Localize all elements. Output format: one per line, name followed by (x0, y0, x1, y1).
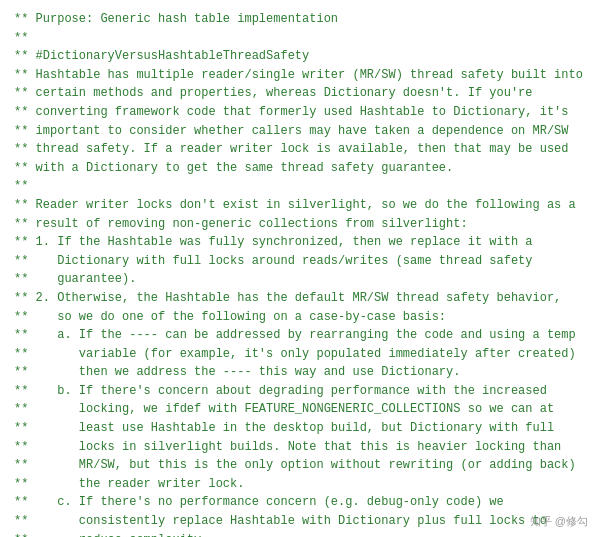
code-line: ** (14, 177, 586, 196)
code-line: ** b. If there's concern about degrading… (14, 382, 586, 401)
code-line: ** MR/SW, but this is the only option wi… (14, 456, 586, 475)
code-line: ** c. If there's no performance concern … (14, 493, 586, 512)
code-line: ** converting framework code that former… (14, 103, 586, 122)
code-line: ** locks in silverlight builds. Note tha… (14, 438, 586, 457)
code-line: ** result of removing non-generic collec… (14, 215, 586, 234)
code-line: ** 1. If the Hashtable was fully synchro… (14, 233, 586, 252)
code-line: ** guarantee). (14, 270, 586, 289)
code-line: ** Dictionary with full locks around rea… (14, 252, 586, 271)
code-line: ** so we do one of the following on a ca… (14, 308, 586, 327)
code-line: ** important to consider whether callers… (14, 122, 586, 141)
code-line: ** (14, 29, 586, 48)
code-line: ** 2. Otherwise, the Hashtable has the d… (14, 289, 586, 308)
code-line: ** the reader writer lock. (14, 475, 586, 494)
code-line: ** then we address the ---- this way and… (14, 363, 586, 382)
code-line: ** Purpose: Generic hash table implement… (14, 10, 586, 29)
code-line: ** Hashtable has multiple reader/single … (14, 66, 586, 85)
code-line: ** Reader writer locks don't exist in si… (14, 196, 586, 215)
code-line: ** with a Dictionary to get the same thr… (14, 159, 586, 178)
code-line: ** a. If the ---- can be addressed by re… (14, 326, 586, 345)
code-line: ** #DictionaryVersusHashtableThreadSafet… (14, 47, 586, 66)
code-line: ** locking, we ifdef with FEATURE_NONGEN… (14, 400, 586, 419)
code-content: ** Purpose: Generic hash table implement… (14, 10, 586, 537)
watermark-label: 知乎 @修勾 (530, 514, 588, 529)
code-line: ** least use Hashtable in the desktop bu… (14, 419, 586, 438)
code-line: ** consistently replace Hashtable with D… (14, 512, 586, 531)
code-line: ** certain methods and properties, where… (14, 84, 586, 103)
code-line: ** reduce complexity. (14, 531, 586, 537)
code-line: ** variable (for example, it's only popu… (14, 345, 586, 364)
code-line: ** thread safety. If a reader writer loc… (14, 140, 586, 159)
